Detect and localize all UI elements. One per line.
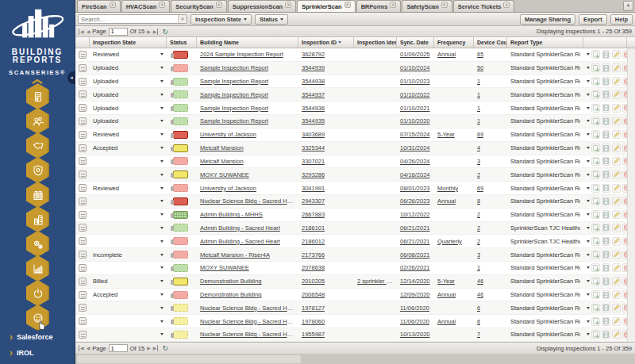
delete-icon[interactable] bbox=[622, 90, 627, 99]
status-tag-icon[interactable] bbox=[173, 64, 188, 72]
row-details-icon[interactable] bbox=[79, 304, 87, 312]
edit-icon[interactable] bbox=[612, 290, 621, 299]
open-report-icon[interactable] bbox=[591, 210, 600, 219]
open-report-icon[interactable] bbox=[591, 224, 600, 232]
manage-sharing-button[interactable]: Manage Sharing bbox=[520, 14, 575, 25]
save-icon[interactable] bbox=[602, 263, 610, 272]
delete-icon[interactable] bbox=[622, 77, 627, 86]
report-dropdown-icon[interactable] bbox=[587, 254, 590, 256]
save-icon[interactable] bbox=[602, 184, 610, 193]
device-count-link[interactable]: 2 bbox=[477, 238, 480, 245]
inspection-id-link[interactable]: 3544935 bbox=[302, 117, 325, 125]
report-dropdown-icon[interactable] bbox=[587, 133, 590, 136]
edit-icon[interactable] bbox=[612, 104, 621, 113]
sync-date-link[interactable]: 04/26/2024 bbox=[400, 158, 430, 165]
close-tab-icon[interactable]: ✕ bbox=[159, 2, 165, 8]
status-tag-icon[interactable] bbox=[173, 317, 188, 325]
device-count-link[interactable]: 1 bbox=[477, 91, 480, 98]
row-details-icon[interactable] bbox=[79, 237, 87, 245]
building-name-link[interactable]: Nuclear Science Bldg - Sacred Heart Hosp… bbox=[200, 318, 295, 325]
open-report-icon[interactable] bbox=[591, 77, 600, 86]
tab-hvacscan[interactable]: HVACScan✕ bbox=[121, 0, 171, 12]
delete-icon[interactable] bbox=[622, 330, 627, 339]
first-page-button[interactable]: ◀ bbox=[79, 29, 84, 35]
edit-icon[interactable] bbox=[612, 117, 621, 125]
row-details-icon[interactable] bbox=[79, 197, 87, 205]
tab-sprinklerscan[interactable]: SprinklerScan✕ bbox=[297, 0, 355, 12]
column-header-report-type[interactable]: Report Type bbox=[507, 37, 583, 48]
building-name-link[interactable]: Admin Building - Sacred Heart bbox=[200, 224, 280, 232]
open-report-icon[interactable] bbox=[591, 144, 600, 152]
row-details-icon[interactable] bbox=[79, 90, 87, 98]
report-dropdown-icon[interactable] bbox=[587, 333, 590, 335]
state-dropdown-icon[interactable] bbox=[160, 254, 164, 256]
open-report-icon[interactable] bbox=[591, 330, 600, 339]
sidebar-chart-button[interactable] bbox=[26, 256, 49, 281]
inspection-id-link[interactable]: 3325344 bbox=[302, 144, 325, 151]
sync-date-link[interactable]: 02/26/2021 bbox=[400, 264, 430, 271]
delete-icon[interactable] bbox=[622, 224, 627, 232]
state-dropdown-icon[interactable] bbox=[160, 133, 164, 136]
frequency-link[interactable]: 5-Year bbox=[437, 131, 455, 138]
building-name-link[interactable]: Sample Inspection Report bbox=[200, 78, 268, 85]
row-details-icon[interactable] bbox=[79, 104, 87, 112]
column-header-building-name[interactable]: Building Name bbox=[197, 37, 298, 48]
export-button[interactable]: Export bbox=[579, 14, 607, 25]
status-tag-icon[interactable] bbox=[173, 237, 188, 245]
row-details-icon[interactable] bbox=[79, 184, 87, 192]
sidebar-shield-button[interactable] bbox=[26, 158, 49, 182]
row-details-icon[interactable] bbox=[79, 171, 87, 178]
frequency-link[interactable]: Quarterly bbox=[437, 238, 462, 245]
sidebar-item-irol[interactable]: › IROL bbox=[10, 349, 34, 357]
delete-icon[interactable] bbox=[622, 63, 627, 72]
building-name-link[interactable]: Demonstration Building bbox=[200, 291, 262, 298]
edit-icon[interactable] bbox=[612, 330, 621, 339]
device-count-link[interactable]: 6 bbox=[477, 305, 480, 312]
save-icon[interactable] bbox=[602, 317, 610, 326]
sync-date-link[interactable]: 04/16/2024 bbox=[400, 171, 430, 178]
delete-icon[interactable] bbox=[622, 277, 627, 285]
frequency-link[interactable]: Monthly bbox=[437, 185, 458, 192]
status-filter-button[interactable]: Status bbox=[255, 14, 288, 25]
close-tab-icon[interactable]: ✕ bbox=[110, 2, 116, 8]
inspection-id-link[interactable]: 3307021 bbox=[302, 158, 325, 165]
report-dropdown-icon[interactable] bbox=[587, 94, 590, 96]
report-dropdown-icon[interactable] bbox=[587, 160, 590, 163]
device-count-link[interactable]: 3 bbox=[477, 251, 480, 259]
sync-date-link[interactable]: 01/10/2023 bbox=[400, 78, 430, 85]
inspection-id-link[interactable]: 3403689 bbox=[302, 131, 325, 138]
building-name-link[interactable]: MOXY SUWANEE bbox=[200, 264, 249, 271]
next-page-button[interactable]: ▶ bbox=[147, 29, 151, 35]
page-number-input[interactable] bbox=[109, 28, 128, 36]
save-icon[interactable] bbox=[602, 50, 610, 59]
save-icon[interactable] bbox=[602, 224, 610, 232]
save-icon[interactable] bbox=[602, 277, 610, 285]
close-tab-icon[interactable]: ✕ bbox=[285, 2, 291, 8]
report-dropdown-icon[interactable] bbox=[587, 266, 590, 269]
building-name-link[interactable]: Nuclear Science Bldg - Sacred Heart Hosp… bbox=[200, 331, 295, 338]
save-icon[interactable] bbox=[602, 63, 610, 72]
report-dropdown-icon[interactable] bbox=[587, 120, 590, 122]
status-tag-icon[interactable] bbox=[173, 104, 188, 112]
row-details-icon[interactable] bbox=[79, 278, 87, 285]
state-dropdown-icon[interactable] bbox=[160, 174, 164, 176]
device-count-link[interactable]: 1 bbox=[477, 264, 480, 271]
save-icon[interactable] bbox=[602, 77, 610, 86]
state-dropdown-icon[interactable] bbox=[160, 333, 164, 335]
tab-firescan[interactable]: FireScan✕ bbox=[77, 0, 121, 12]
delete-icon[interactable] bbox=[622, 50, 627, 59]
inspection-id-link[interactable]: 2173766 bbox=[302, 251, 325, 259]
sidebar-item-salesforce[interactable]: › Salesforce bbox=[10, 333, 53, 341]
state-dropdown-icon[interactable] bbox=[160, 307, 164, 309]
state-dropdown-icon[interactable] bbox=[160, 227, 164, 229]
open-report-icon[interactable] bbox=[591, 171, 600, 179]
sync-date-link[interactable]: 10/31/2024 bbox=[400, 144, 430, 151]
delete-icon[interactable] bbox=[622, 117, 627, 125]
sync-date-link[interactable]: 06/26/2023 bbox=[400, 197, 430, 205]
device-count-link[interactable]: 2 bbox=[477, 171, 480, 178]
edit-icon[interactable] bbox=[612, 263, 621, 272]
status-tag-icon[interactable] bbox=[173, 211, 188, 219]
status-tag-icon[interactable] bbox=[173, 291, 188, 299]
open-report-icon[interactable] bbox=[591, 251, 600, 259]
device-count-link[interactable]: 8 bbox=[477, 197, 480, 205]
